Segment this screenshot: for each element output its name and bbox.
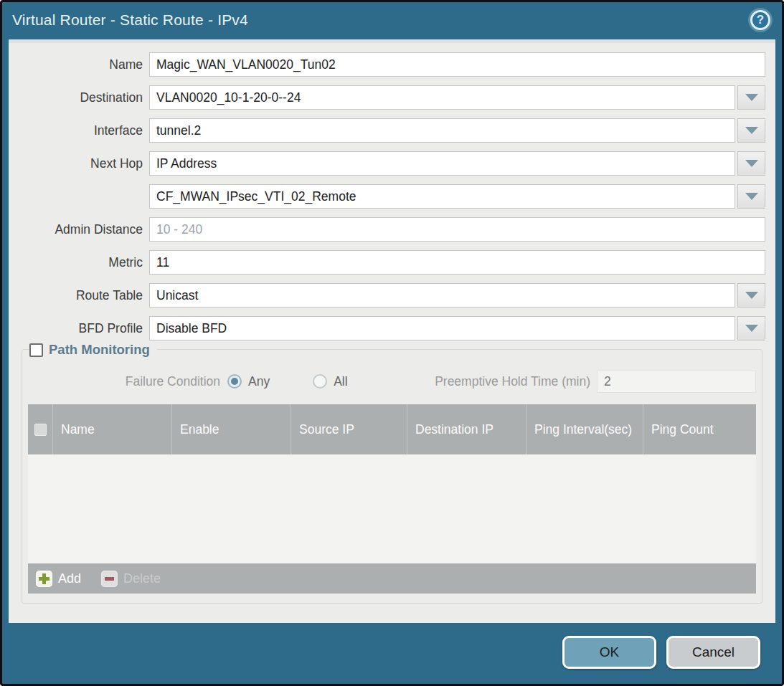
ok-button[interactable]: OK (562, 636, 656, 669)
preemptive-hold-time-input[interactable] (597, 371, 756, 393)
form-row-admin-distance: Admin Distance (9, 217, 765, 242)
chevron-down-icon (745, 127, 758, 134)
table-body-empty (28, 454, 756, 563)
dialog-title: Virtual Router - Static Route - IPv4 (12, 11, 248, 29)
bfd-profile-label: BFD Profile (9, 321, 149, 336)
route-table-label: Route Table (9, 288, 149, 303)
chevron-down-icon (745, 292, 758, 299)
chevron-down-icon (745, 94, 758, 101)
form-row-name: Name (9, 52, 765, 77)
next-hop-address-select[interactable] (149, 184, 735, 209)
next-hop-type-dropdown-button[interactable] (737, 151, 765, 176)
delete-minus-icon (101, 571, 118, 587)
delete-button-label: Delete (123, 571, 161, 586)
interface-dropdown-button[interactable] (737, 118, 765, 143)
static-route-dialog: Virtual Router - Static Route - IPv4 ? N… (0, 0, 784, 686)
failure-condition-all-radio[interactable] (313, 374, 327, 389)
form-row-next-hop: Next Hop (9, 151, 765, 176)
delete-button: Delete (101, 571, 161, 587)
chevron-down-icon (745, 325, 758, 332)
chevron-down-icon (745, 160, 758, 167)
interface-input[interactable] (149, 118, 735, 143)
add-button-label: Add (58, 571, 81, 586)
admin-distance-label: Admin Distance (9, 222, 149, 237)
column-header-ping-count: Ping Count (643, 404, 756, 454)
column-header-ping-interval: Ping Interval(sec) (526, 404, 643, 454)
metric-input[interactable] (149, 250, 765, 275)
destination-dropdown-button[interactable] (737, 85, 765, 110)
next-hop-address-dropdown-button[interactable] (737, 184, 765, 209)
form-row-route-table: Route Table (9, 283, 765, 308)
failure-condition-any-radio[interactable] (227, 374, 242, 389)
add-plus-icon (36, 571, 52, 587)
form-row-destination: Destination (9, 85, 765, 110)
path-monitoring-checkbox[interactable] (29, 343, 43, 357)
select-all-checkbox[interactable] (34, 424, 47, 436)
destination-label: Destination (9, 90, 149, 105)
failure-condition-row: Failure Condition Any All Preemptive Hol… (28, 369, 756, 394)
metric-label: Metric (9, 255, 149, 270)
failure-condition-label: Failure Condition (28, 374, 227, 389)
name-input[interactable] (149, 52, 765, 77)
all-radio-label: All (334, 374, 347, 389)
path-monitoring-section: Path Monitoring Failure Condition Any Al… (22, 349, 762, 604)
next-hop-label: Next Hop (9, 156, 149, 171)
chevron-down-icon (745, 193, 758, 200)
path-monitoring-title: Path Monitoring (49, 342, 150, 358)
form-row-next-hop-address (9, 184, 765, 209)
bfd-profile-select[interactable] (149, 316, 735, 340)
interface-label: Interface (9, 123, 149, 138)
path-monitoring-table: Name Enable Source IP Destination IP Pin… (28, 404, 756, 594)
cancel-button[interactable]: Cancel (666, 636, 760, 669)
help-icon[interactable]: ? (750, 10, 770, 30)
any-radio-label: Any (248, 374, 270, 389)
form-row-metric: Metric (9, 250, 765, 275)
column-header-destination-ip: Destination IP (407, 404, 526, 454)
next-hop-type-select[interactable] (149, 151, 735, 176)
add-button[interactable]: Add (36, 571, 81, 587)
column-header-enable: Enable (172, 404, 291, 454)
form-row-bfd-profile: BFD Profile (9, 316, 765, 340)
table-toolbar: Add Delete (28, 563, 756, 594)
dialog-content: Name Destination Interface (9, 39, 775, 623)
name-label: Name (9, 57, 149, 72)
destination-input[interactable] (149, 85, 735, 110)
column-header-source-ip: Source IP (291, 404, 407, 454)
route-table-select[interactable] (149, 283, 735, 308)
form-row-interface: Interface (9, 118, 765, 143)
route-table-dropdown-button[interactable] (737, 283, 765, 308)
path-monitoring-legend: Path Monitoring (29, 342, 157, 358)
title-bar: Virtual Router - Static Route - IPv4 ? (2, 2, 782, 38)
column-header-name: Name (53, 404, 172, 454)
select-all-checkbox-cell (28, 404, 53, 454)
preemptive-hold-time-label: Preemptive Hold Time (min) (435, 374, 597, 389)
table-header: Name Enable Source IP Destination IP Pin… (28, 404, 756, 454)
admin-distance-input[interactable] (149, 217, 765, 242)
dialog-footer: OK Cancel (2, 621, 782, 684)
bfd-profile-dropdown-button[interactable] (737, 316, 765, 340)
